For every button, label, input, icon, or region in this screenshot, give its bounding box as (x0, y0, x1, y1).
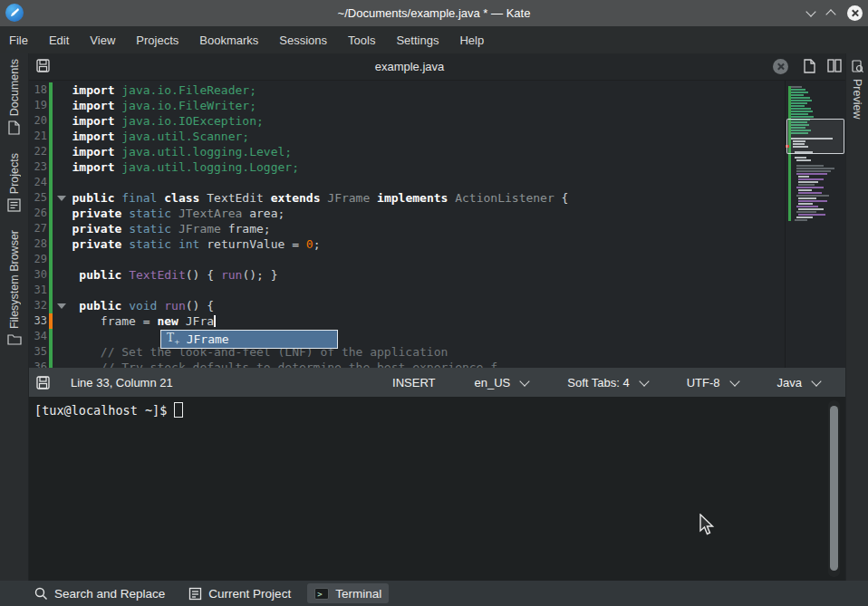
folder-icon (7, 333, 22, 350)
line-number: 21 (29, 129, 47, 144)
fold-column[interactable] (53, 190, 72, 206)
toolview-button-search-and-replace[interactable]: Search and Replace (27, 583, 172, 603)
completion-item-jframe[interactable]: T+ JFrame (161, 331, 337, 348)
document-icon (7, 120, 21, 139)
fold-column (53, 206, 72, 221)
titlebar[interactable]: ~/Documents/example.java * — Kate (0, 0, 868, 26)
toolview-button-terminal[interactable]: >Terminal (307, 583, 389, 603)
code-line-30[interactable]: 30 public TextEdit() { run(); } (29, 267, 785, 283)
maximize-icon[interactable] (825, 9, 835, 19)
code-line-24[interactable]: 24 (29, 175, 785, 190)
statusbar-mode[interactable]: INSERT (392, 376, 435, 390)
menu-settings[interactable]: Settings (396, 34, 439, 47)
mouse-cursor (698, 514, 718, 537)
tabbar: example.java (29, 53, 845, 81)
menu-bookmarks[interactable]: Bookmarks (199, 34, 258, 47)
menu-help[interactable]: Help (459, 34, 484, 47)
code-line-27[interactable]: 27private static JFrame frame; (29, 221, 785, 236)
sidebar-item-preview[interactable]: Preview (851, 79, 863, 119)
code-editor[interactable]: 18import java.io.FileReader;19import jav… (29, 81, 785, 368)
sidebar-item-documents[interactable]: Documents (0, 59, 28, 139)
code-line-32[interactable]: 32 public void run() { (29, 298, 785, 313)
close-window-icon[interactable] (847, 5, 863, 21)
code-line-18[interactable]: 18import java.io.FileReader; (29, 82, 785, 98)
line-number: 34 (29, 329, 47, 344)
minimap-viewport[interactable] (786, 119, 844, 154)
close-tab-icon[interactable] (773, 59, 788, 74)
statusbar-syntax-label: Java (777, 376, 802, 390)
chevron-down-icon (520, 376, 530, 386)
menu-tools[interactable]: Tools (348, 34, 375, 47)
menu-sessions[interactable]: Sessions (279, 34, 327, 47)
code-line-36[interactable]: 36 // Try stock defaults to determine th… (29, 360, 785, 368)
minimize-icon[interactable] (805, 6, 815, 16)
chevron-down-icon (639, 376, 649, 386)
fold-column (53, 144, 72, 159)
code-line-35[interactable]: 35 // Set the look-and-feel (LNF) of the… (29, 344, 785, 360)
statusbar-indentation[interactable]: Soft Tabs: 4 (567, 376, 647, 390)
code-text: import java.io.FileWriter; (72, 98, 257, 113)
chevron-down-icon (729, 376, 739, 386)
menu-edit[interactable]: Edit (49, 34, 69, 47)
fold-column[interactable] (53, 298, 72, 313)
left-toolview-bar: DocumentsProjectsFilesystem Browser (0, 53, 29, 586)
code-text: private static JTextArea area; (72, 206, 285, 221)
menu-file[interactable]: File (9, 34, 28, 47)
terminal-icon: > (314, 588, 329, 600)
statusbar-dictionary[interactable]: en_US (475, 376, 529, 390)
code-line-26[interactable]: 26private static JTextArea area; (29, 206, 785, 221)
cursor-position-label[interactable]: Line 33, Column 21 (71, 376, 173, 390)
code-line-21[interactable]: 21import java.util.Scanner; (29, 129, 785, 144)
line-number: 23 (29, 159, 47, 175)
terminal-scrollbar-thumb[interactable] (830, 406, 838, 571)
menu-projects[interactable]: Projects (136, 34, 178, 47)
sidebar-item-filesystem-browser[interactable]: Filesystem Browser (0, 230, 28, 350)
line-number: 22 (29, 144, 47, 159)
preview-icon[interactable] (851, 60, 864, 73)
toolview-button-label: Current Project (208, 587, 291, 601)
fold-column (53, 175, 72, 190)
line-number: 32 (29, 298, 47, 313)
toolview-button-label: Search and Replace (54, 587, 165, 601)
right-toolview-bar: Preview (845, 53, 868, 581)
fold-arrow-icon[interactable] (57, 196, 66, 201)
code-line-23[interactable]: 23import java.util.logging.Logger; (29, 159, 785, 175)
code-line-19[interactable]: 19import java.io.FileWriter; (29, 98, 785, 113)
text-caret (214, 315, 216, 327)
line-number: 27 (29, 221, 47, 236)
terminal-panel[interactable]: [tux@localhost ~]$ (29, 397, 845, 581)
code-line-33[interactable]: 33 frame = new JFra (29, 313, 785, 329)
line-number: 19 (29, 98, 47, 113)
code-line-34[interactable]: 34 (29, 329, 785, 344)
code-line-22[interactable]: 22import java.util.logging.Level; (29, 144, 785, 159)
line-number: 18 (29, 82, 47, 98)
toolview-button-current-project[interactable]: Current Project (181, 583, 298, 603)
minimap-scrollbar[interactable] (785, 81, 845, 368)
statusbar-indentation-label: Soft Tabs: 4 (567, 376, 629, 390)
menu-view[interactable]: View (90, 34, 115, 47)
code-completion-popup: T+ JFrame (160, 330, 338, 349)
statusbar-syntax[interactable]: Java (777, 376, 820, 390)
code-line-31[interactable]: 31 (29, 283, 785, 298)
code-text: public void run() { (72, 298, 215, 313)
split-view-icon[interactable] (827, 59, 842, 73)
statusbar: Line 33, Column 21 INSERTen_USSoft Tabs:… (29, 368, 845, 397)
new-document-icon[interactable] (803, 59, 816, 73)
fold-column (53, 98, 72, 113)
code-line-28[interactable]: 28private static int returnValue = 0; (29, 236, 785, 252)
fold-arrow-icon[interactable] (57, 303, 66, 309)
code-text: import java.util.logging.Logger; (72, 159, 299, 175)
code-line-20[interactable]: 20import java.io.IOException; (29, 113, 785, 129)
code-line-25[interactable]: 25public final class TextEdit extends JF… (29, 190, 785, 206)
completion-label: JFrame (187, 332, 229, 346)
terminal-scrollbar[interactable] (828, 400, 840, 577)
tab-example-java[interactable]: example.java (29, 60, 790, 73)
line-number: 31 (29, 283, 47, 298)
modified-save-icon (36, 376, 50, 390)
code-text: frame = new JFra (72, 313, 216, 329)
line-number: 24 (29, 175, 47, 190)
statusbar-dictionary-label: en_US (475, 376, 511, 390)
statusbar-encoding[interactable]: UTF-8 (687, 376, 738, 390)
sidebar-item-projects[interactable]: Projects (0, 153, 28, 216)
code-line-29[interactable]: 29 (29, 252, 785, 267)
